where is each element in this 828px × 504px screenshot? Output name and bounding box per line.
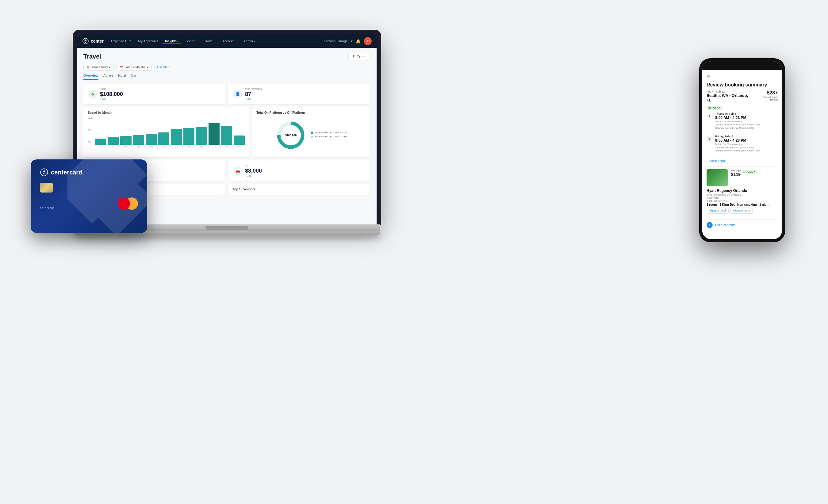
on-platform-dot	[311, 131, 314, 134]
center-logo-icon	[82, 38, 89, 44]
hotel-card: Per night $119 IN POLICY	[707, 169, 778, 186]
admin-chevron: ▾	[254, 40, 255, 43]
add-car-plus-icon: +	[707, 222, 713, 228]
phone-content: ☰ Review booking summary Feb 4 - Feb 12 …	[702, 70, 782, 239]
bar-apr: Apr	[133, 135, 144, 148]
insights-chevron: ▾	[177, 40, 179, 43]
nav-expense-hub[interactable]: Expense Hub	[109, 38, 134, 44]
trip-route: Seattle, WA - Orlando, FL	[707, 93, 754, 102]
travelers-value: 87	[245, 91, 262, 97]
tab-overview[interactable]: Overview	[83, 74, 98, 80]
off-platform-value: $47,448	[330, 135, 339, 138]
phone-screen: ☰ Review booking summary Feb 4 - Feb 12 …	[702, 61, 782, 239]
trip-price-label: Roundtrip per traveler	[754, 96, 778, 101]
add-car-button[interactable]: + Add a car rental	[707, 222, 778, 228]
hotel-section: Per night $119 IN POLICY Hyatt Regency O…	[707, 166, 778, 216]
flight-2-details: Friday, Feb 12 8:00 AM - 4:23 PM Delta •…	[715, 135, 763, 152]
on-off-platform-chart: Total On Platform vs Off Platform $108,0…	[252, 107, 370, 157]
nav-account[interactable]: Account ▾	[220, 38, 239, 44]
bar-jan-label: Jan	[99, 145, 102, 148]
flight-2: ✈ Friday, Feb 12 8:00 AM - 4:23 PM Delta…	[707, 135, 778, 155]
charts-section: Spend by Month $12K $6K $0K	[83, 107, 370, 157]
bar-chart-area: Jan Feb Mar	[95, 117, 245, 148]
hotel-address: 9801 International Dr, Orlando FL	[707, 194, 778, 196]
flight-2-time: 8:00 AM - 4:23 PM	[715, 138, 763, 142]
flight-2-from: Orlando International Airport (MCO) -	[715, 146, 763, 149]
flight-1-carrier: Delta • 5h 23m • Nonstop	[715, 120, 763, 123]
on-platform-pct: 62.1%	[340, 131, 347, 134]
page-title: Travel	[83, 53, 101, 60]
change-room-button[interactable]: Change room	[731, 208, 753, 214]
flight-2-day: Friday, Feb 12	[715, 135, 763, 138]
nav-insights[interactable]: Insights ▾	[163, 38, 181, 44]
hotel-name: Hyatt Regency Orlando	[707, 188, 778, 193]
bar-chart-y-axis: $12K $6K $0K	[88, 117, 93, 148]
hotel-rating: 4.5/5 (800 reviews)	[707, 200, 778, 202]
view-filter-icon: ⊞	[87, 66, 89, 69]
change-flight-button[interactable]: Change flight	[707, 158, 728, 164]
date-filter-chevron: ▾	[147, 66, 148, 69]
bar-sep: Sep	[196, 127, 207, 148]
on-off-title: Total On Platform vs Off Platform	[256, 111, 366, 114]
bar-may: May	[146, 134, 157, 148]
export-button[interactable]: ⬇ Export	[348, 53, 370, 60]
change-hotel-button[interactable]: Change hotel	[707, 208, 729, 214]
credit-card: centercard corporate	[31, 159, 147, 233]
nav-my-approvals[interactable]: My Approvals	[135, 38, 161, 44]
bar-nov: Nov	[221, 126, 232, 148]
add-filter-button[interactable]: + Add filter	[154, 66, 169, 69]
flight-2-carrier: Delta • 5h 23m • Nonstop	[715, 143, 763, 146]
bar-jun: Jun	[158, 132, 169, 148]
flight-2-icon: ✈	[707, 135, 713, 142]
nav-travel[interactable]: Travel ▾	[202, 38, 218, 44]
bar-aug: Aug	[183, 128, 195, 148]
bar-jul: Jul	[171, 129, 182, 148]
trip-price-block: $287 Roundtrip per traveler	[754, 90, 778, 101]
bar-jan-rect	[95, 138, 106, 145]
flight-1-time: 8:00 AM - 4:23 PM	[715, 116, 763, 120]
nav-admin[interactable]: Admin ▾	[241, 38, 258, 44]
bar-oct-rect	[209, 123, 219, 145]
tab-hotel[interactable]: Hotel	[118, 74, 126, 80]
export-icon: ⬇	[353, 54, 355, 58]
bar-jul-label: Jul	[175, 145, 177, 148]
hotel-change-buttons: Change hotel Change room	[707, 208, 778, 216]
donut-legend: On Platform $77,415 62.1% Off Platform $…	[311, 131, 347, 139]
metric-total: $ Total $108,000 ↑ 3%	[83, 84, 225, 104]
bar-chart-bars: Jan Feb Mar	[95, 117, 245, 148]
company-chevron: ▾	[351, 39, 353, 43]
spend-chevron: ▾	[196, 40, 198, 43]
legend-off-platform: Off Platform $47,448 37.9%	[311, 135, 347, 138]
flight-policy-badge: IN POLICY	[707, 106, 722, 110]
hotel-image-overlay	[707, 169, 728, 186]
phone-top-bar: ☰	[707, 74, 778, 79]
add-car-section: + Add a car rental	[707, 219, 778, 228]
top-metrics: $ Total $108,000 ↑ 3% 👤 # of	[83, 84, 370, 104]
mc-red-circle	[118, 198, 130, 210]
card-pattern	[68, 159, 147, 233]
notification-icon[interactable]: 🔔	[356, 39, 361, 44]
hotel-price-block: Per night $119	[731, 169, 741, 177]
on-platform-label: On Platform	[315, 131, 328, 134]
tab-car[interactable]: Car	[131, 74, 136, 80]
date-filter[interactable]: 📅 Last 12 Months ▾	[116, 64, 152, 71]
spend-chart-title: Spend by Month	[88, 111, 245, 114]
bar-dec: Dec	[234, 135, 245, 148]
user-avatar[interactable]: JJ	[364, 37, 372, 45]
off-platform-pct: 37.9%	[340, 135, 347, 138]
top-vendors-title: Top 10 Vendors	[233, 187, 366, 191]
tab-airfare[interactable]: Airfare	[104, 74, 113, 80]
bar-mar-label: Mar	[124, 145, 128, 148]
view-filter[interactable]: ⊞ Default View ▾	[83, 64, 114, 71]
legend-on-platform: On Platform $77,415 62.1%	[311, 131, 347, 134]
nav-spend[interactable]: Spend ▾	[183, 38, 200, 44]
bar-dec-rect	[234, 135, 245, 145]
hotel-per-night: Per night	[731, 169, 741, 172]
cc-chip	[40, 183, 53, 193]
bar-feb: Feb	[108, 137, 119, 148]
account-chevron: ▾	[236, 40, 237, 43]
cc-type: corporate	[40, 206, 54, 210]
donut-chart: $108,000	[276, 120, 306, 151]
menu-icon[interactable]: ☰	[707, 74, 710, 79]
nav-logo[interactable]: center	[82, 38, 104, 44]
